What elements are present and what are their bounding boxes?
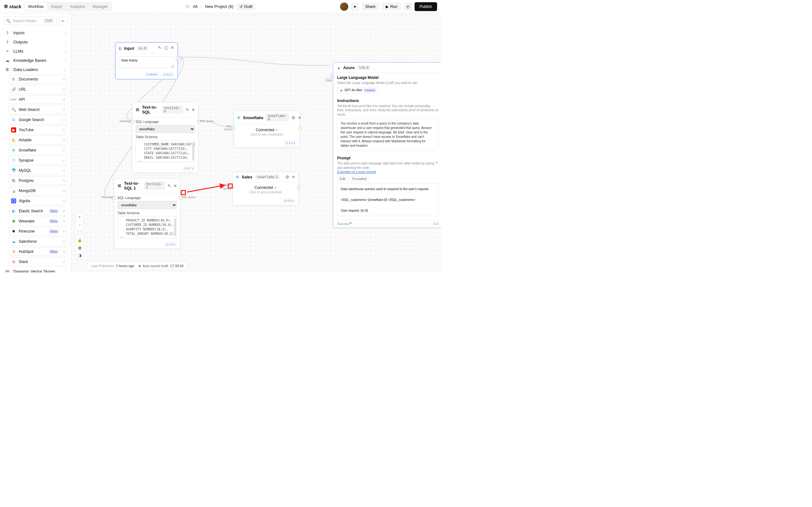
drag-icon[interactable]: ≡ xyxy=(63,178,65,183)
loader-item[interactable]: 🐬MySQL≡ xyxy=(9,166,67,175)
drag-icon[interactable]: ≡ xyxy=(63,117,65,122)
loader-item[interactable]: ☁Salesforce≡ xyxy=(9,237,67,246)
schedule-button[interactable]: ◴ xyxy=(404,3,412,11)
loader-item[interactable]: 🔍Web Search≡ xyxy=(9,105,67,114)
formatted-tab[interactable]: Formatted xyxy=(350,176,369,181)
output-port[interactable] xyxy=(299,127,302,130)
loader-item[interactable]: ▶YouTube≡ xyxy=(9,125,67,134)
loader-item[interactable]: ⬡Synapse≡ xyxy=(9,156,67,165)
canvas[interactable]: ⍇ Input in-0 ✎ ⓘ ✕ 8 tokens ◷ 0.0 s ⌘ Te… xyxy=(71,13,441,273)
drag-icon[interactable]: ≡ xyxy=(63,97,65,102)
tab-analytics[interactable]: Analytics xyxy=(67,3,88,10)
output-port[interactable] xyxy=(297,186,300,189)
close-icon[interactable]: ✕ xyxy=(292,175,295,179)
gear-icon[interactable]: ⚙ xyxy=(286,175,289,179)
loader-item[interactable]: ◐Elastic SearchBeta≡ xyxy=(9,207,67,216)
sidebar-group-inputs[interactable]: ⇩ Inputs › xyxy=(0,28,71,38)
breadcrumb-project[interactable]: New Project (6) xyxy=(205,4,234,9)
loader-item[interactable]: 🔗URL≡ xyxy=(9,85,67,94)
prompt-examples-link[interactable]: Examples of a good prompt xyxy=(337,170,376,174)
instructions-textarea[interactable]: You receive a result from a query to the… xyxy=(337,118,438,151)
sql-language-select[interactable]: snowflake xyxy=(117,201,177,209)
search-input[interactable]: 🔍 Search Nodes CtrlK xyxy=(3,16,57,25)
minimap-button[interactable]: ◨ xyxy=(76,251,84,259)
drag-icon[interactable]: ≡ xyxy=(63,188,65,193)
drag-icon[interactable]: ≡ xyxy=(63,249,65,254)
node-input[interactable]: ⍇ Input in-0 ✎ ⓘ ✕ 8 tokens ◷ 0.0 s xyxy=(115,43,177,79)
grid-button[interactable]: ▦ xyxy=(76,244,84,251)
sidebar-group-data-loaders[interactable]: 🗎 Data Loaders ⌄ xyxy=(0,65,71,74)
close-icon[interactable]: ✕ xyxy=(192,107,195,112)
drag-icon[interactable]: ≡ xyxy=(63,148,65,153)
loader-item[interactable]: ⚙HubSpotBeta≡ xyxy=(9,247,67,256)
drag-icon[interactable]: ≡ xyxy=(63,239,65,244)
status-badge[interactable]: Connected✔ xyxy=(233,185,299,190)
sidebar-group-outputs[interactable]: ⇧ Outputs › xyxy=(0,38,71,47)
prompt-textarea[interactable]: Data warehouse queries used to respond t… xyxy=(337,183,438,216)
drag-icon[interactable]: ≡ xyxy=(63,219,65,224)
loader-item[interactable]: HTTPAPI≡ xyxy=(9,95,67,104)
zoom-out-button[interactable]: − xyxy=(76,221,84,228)
edit-icon[interactable]: ✎ xyxy=(186,107,189,112)
breadcrumb-folder[interactable]: All xyxy=(193,4,197,9)
avatar[interactable] xyxy=(340,3,348,11)
loader-item[interactable]: ⧉Slack≡ xyxy=(9,257,67,266)
input-port[interactable] xyxy=(331,75,334,78)
edit-tab[interactable]: Edit xyxy=(337,176,348,181)
drag-icon[interactable]: ≡ xyxy=(63,209,65,214)
drag-icon[interactable]: ≡ xyxy=(63,158,65,163)
edit-icon[interactable]: ✎ xyxy=(167,183,171,188)
sql-language-select[interactable]: snowflake xyxy=(136,125,195,133)
node-azure[interactable]: Input ▲ Azure llm-0 Large Language Model… xyxy=(333,62,441,228)
loader-item[interactable]: 🐘Postgres≡ xyxy=(9,176,67,185)
close-icon[interactable]: ✕ xyxy=(298,115,301,120)
close-icon[interactable]: ✕ xyxy=(171,45,174,51)
sidebar-group-dvs[interactable]: ▤ Dynamic Vector Stores › xyxy=(0,267,71,273)
drag-icon[interactable]: ≡ xyxy=(63,87,65,92)
node-snowflake-0[interactable]: ✻ Snowflake snowflake-0 ⚙ ✕ Connected✔ C… xyxy=(234,111,300,148)
node-text2sql-0[interactable]: ⌘ Text-to-SQL text2sql-0 ✎ ✕ SQL Languag… xyxy=(132,102,199,173)
drag-icon[interactable]: ≡ xyxy=(63,77,65,82)
input-textarea[interactable] xyxy=(119,56,174,68)
loader-item[interactable]: ✻Snowflake≡ xyxy=(9,146,67,155)
drag-icon[interactable]: ≡ xyxy=(63,259,65,264)
node-text2sql-1[interactable]: ⌘ Text-to-SQL 1 text2sql-1 ✎ ✕ SQL Langu… xyxy=(114,178,181,249)
loader-item[interactable]: ◧Airtable≡ xyxy=(9,135,67,145)
close-icon[interactable]: ✕ xyxy=(173,183,177,188)
drag-icon[interactable]: ≡ xyxy=(63,127,65,132)
tab-export[interactable]: Export xyxy=(48,3,66,10)
loader-item[interactable]: GGoogle Search≡ xyxy=(9,115,67,124)
share-button[interactable]: Share xyxy=(362,3,379,11)
zoom-in-button[interactable]: + xyxy=(76,213,84,221)
gear-icon[interactable]: ⚙ xyxy=(292,115,295,120)
fit-button[interactable]: ⛶ xyxy=(76,228,84,236)
drag-icon[interactable]: ≡ xyxy=(63,229,65,234)
loader-item[interactable]: ⬢WeaviateBeta≡ xyxy=(9,217,67,226)
sidebar-group-kb[interactable]: ☁ Knowledge Bases › xyxy=(0,56,71,65)
drag-icon[interactable]: ≡ xyxy=(63,199,65,204)
schema-textarea[interactable]: CUSTOMER_NAME VARCHAR(16777216), CITY VA… xyxy=(136,140,195,162)
publish-button[interactable]: Publish xyxy=(415,2,437,11)
info-icon[interactable]: ⓘ xyxy=(164,45,168,51)
tab-workflow[interactable]: Workflow xyxy=(25,3,47,10)
draft-badge[interactable]: ↺ Draft xyxy=(237,3,255,10)
drag-icon[interactable]: ≡ xyxy=(63,168,65,173)
cursor-button[interactable]: ➤ xyxy=(351,3,359,11)
schema-textarea[interactable]: PRODUCT_ID NUMBER(38,0), CUSTOMER_ID NUM… xyxy=(117,216,177,238)
output-port[interactable] xyxy=(176,57,179,60)
lock-button[interactable]: 🔒 xyxy=(76,236,84,244)
model-selector[interactable]: ▲ GPT-4o Mini Fastest xyxy=(337,87,379,94)
loader-item[interactable]: 🍃MongoDB≡ xyxy=(9,186,67,195)
run-button[interactable]: ▶ Run xyxy=(382,3,401,11)
status-badge[interactable]: Connected✔ xyxy=(234,128,300,132)
node-snowflake-1[interactable]: ✻ Sales snowflake-1 ⚙ ✕ Connected✔ Click… xyxy=(232,172,299,205)
drag-icon[interactable]: ≡ xyxy=(63,107,65,112)
loader-item[interactable]: 🗎Documents≡ xyxy=(9,75,67,83)
edit-icon[interactable]: ✎ xyxy=(158,45,161,51)
loader-item[interactable]: ✱PineconeBeta≡ xyxy=(9,227,67,236)
collapse-sidebar-button[interactable]: ⇤ xyxy=(59,16,67,25)
loader-item[interactable]: ⎔Algolia≡ xyxy=(9,196,67,205)
drag-icon[interactable]: ≡ xyxy=(63,137,65,143)
input-port[interactable] xyxy=(232,127,235,130)
sidebar-group-llms[interactable]: ✧ LLMs › xyxy=(0,47,71,56)
